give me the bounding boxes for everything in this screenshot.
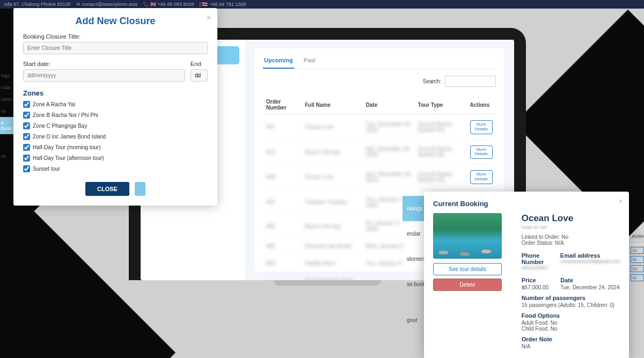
phone2-text: +66 84 781 1309	[210, 2, 246, 7]
tab-upcoming[interactable]: Upcoming	[263, 55, 294, 69]
address-text: iofa 67, Chalong Phuket 83130	[4, 2, 71, 7]
top-contact-bar: iofa 67, Chalong Phuket 83130 ✉ contact@…	[0, 0, 644, 9]
col-type[interactable]: Tour Type	[416, 96, 467, 114]
email-value: oceanlove2024@gmail.com	[560, 259, 620, 264]
zone-checkbox-b[interactable]	[23, 112, 30, 119]
table-row: 846Ocean LoveSun, December 29, 2024Zone …	[264, 165, 495, 189]
see-tour-details-button[interactable]: See tour details	[433, 263, 502, 275]
email-text: contact@seaexplorer.asia	[82, 2, 138, 7]
close-button[interactable]: CLOSE	[85, 182, 129, 196]
search-label: Search:	[423, 78, 441, 84]
zone-checkbox-a[interactable]	[23, 101, 30, 108]
booking-modal-title: Current Booking	[433, 200, 620, 208]
background-sidebar-fragment: ings ndar omers es e book ut	[0, 70, 13, 162]
more-details-button[interactable]: MoreDetails	[470, 170, 493, 184]
phone1-text: +66 89 093 8028	[158, 2, 194, 7]
pax-value: 15 passengers (Adults: 15, Children: 0)	[522, 302, 620, 308]
zone-checkbox-sunset[interactable]	[23, 165, 30, 172]
tour-name: Ocean Love	[522, 213, 620, 224]
close-icon[interactable]: ×	[207, 13, 211, 22]
food-child: Child Food: No	[522, 326, 620, 332]
order-id: Order ID: 847	[522, 225, 620, 230]
booking-tabs: Upcoming Past	[263, 55, 496, 69]
linked-order: Linked to Order: No	[522, 234, 620, 240]
add-closure-modal: × Add New Closure Booking Closure Title:…	[13, 8, 217, 206]
note-value: N/A	[522, 344, 620, 349]
phone-value: 0801234567	[522, 265, 548, 271]
zones-heading: Zones	[23, 89, 208, 97]
closure-title-label: Booking Closure Title:	[23, 33, 208, 40]
food-adult: Adult Food: No	[522, 320, 620, 326]
more-details-button[interactable]: MoreDetails	[470, 120, 493, 134]
col-date[interactable]: Date	[364, 96, 415, 114]
date-value: Tue, December 24, 2024	[560, 284, 619, 290]
col-actions: Actions	[468, 96, 495, 114]
note-label: Order Note	[522, 336, 620, 342]
secondary-button-fragment[interactable]	[135, 182, 145, 196]
zone-checkbox-d[interactable]	[23, 133, 30, 140]
search-input[interactable]	[445, 76, 496, 87]
zone-checkbox-c[interactable]	[23, 122, 30, 129]
delete-button[interactable]: Delete	[433, 279, 502, 291]
order-status: Order Status: N/A	[522, 240, 620, 246]
date-label: Date	[560, 277, 619, 283]
start-date-input[interactable]	[23, 69, 185, 82]
start-date-label: Start date:	[23, 61, 185, 67]
end-date-input[interactable]	[191, 69, 208, 82]
closure-title-input[interactable]	[23, 42, 208, 54]
current-booking-modal: × Current Booking See tour details Delet…	[424, 192, 629, 358]
right-table-fragment: Actio Se Se Se Se	[631, 228, 644, 283]
price-label: Price	[522, 277, 549, 283]
close-icon[interactable]: ×	[618, 197, 623, 205]
tour-image	[433, 213, 502, 259]
price-value: ฿57,000.00	[522, 284, 549, 290]
end-date-label: End	[191, 61, 208, 67]
col-order[interactable]: Order Number	[264, 96, 302, 114]
food-label: Food Options	[522, 312, 620, 319]
tab-past[interactable]: Past	[303, 55, 317, 69]
col-name[interactable]: Full Name	[303, 96, 363, 114]
zone-checkbox-afternoon[interactable]	[23, 155, 30, 162]
table-row: 847Ocean LoveTue, December 24, 2024Zone …	[264, 115, 495, 140]
email-label: Email address	[560, 252, 620, 259]
zone-checkbox-morning[interactable]	[23, 144, 30, 151]
phone-label: Phone Number	[522, 252, 548, 265]
more-details-button[interactable]: MoreDetails	[470, 145, 493, 159]
modal-title: Add New Closure	[23, 16, 208, 27]
pax-label: Number of passengers	[522, 295, 620, 301]
table-row: 812Boat in the baySat, December 28, 2024…	[264, 141, 495, 165]
